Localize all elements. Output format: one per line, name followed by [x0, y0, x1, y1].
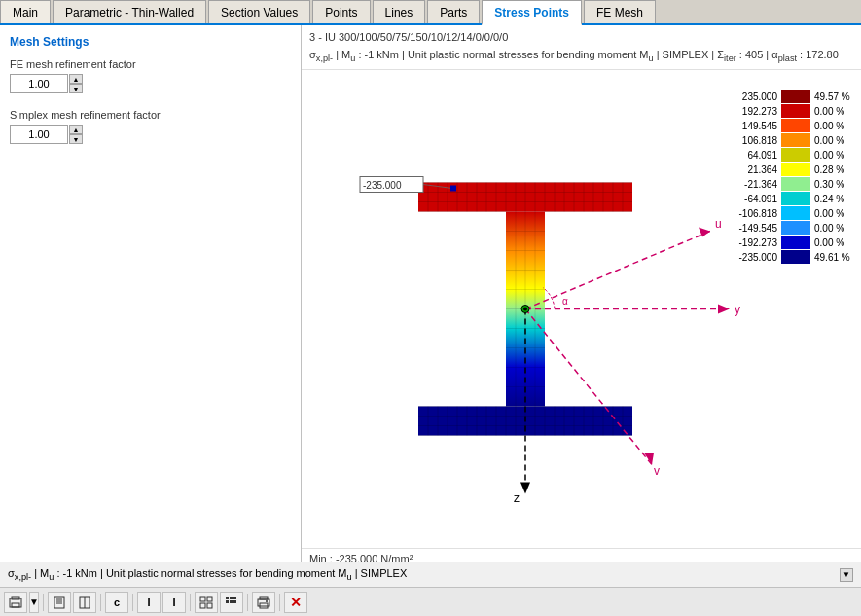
legend-percent: 0.00 % — [814, 208, 853, 219]
v-arrowhead — [644, 453, 654, 465]
legend-row: 235.00049.57 % — [724, 90, 853, 103]
svg-rect-64 — [12, 603, 19, 607]
svg-rect-78 — [226, 600, 229, 603]
legend-percent: 0.00 % — [814, 150, 853, 161]
toolbar-btn-print[interactable] — [252, 592, 275, 613]
legend-value: 149.545 — [724, 121, 777, 131]
tab-fe-mesh[interactable]: FE Mesh — [584, 0, 656, 23]
svg-rect-73 — [200, 603, 205, 608]
toolbar-btn-3[interactable] — [73, 592, 96, 613]
toolbar-btn-4[interactable]: c — [105, 592, 128, 613]
tab-lines[interactable]: Lines — [373, 0, 426, 23]
toolbar-btn-8[interactable] — [220, 592, 243, 613]
legend-color-swatch — [781, 177, 810, 191]
svg-point-84 — [266, 600, 268, 602]
legend-value: -235.000 — [724, 252, 777, 263]
legend-row: -106.8180.00 % — [724, 206, 853, 220]
toolbar-btn-dropdown[interactable]: ▼ — [29, 592, 39, 613]
legend-value: -149.545 — [724, 223, 777, 234]
toolbar-btn-5[interactable]: I — [137, 592, 161, 613]
fe-mesh-input[interactable] — [10, 74, 68, 93]
svg-rect-74 — [207, 603, 212, 608]
svg-rect-76 — [230, 597, 233, 599]
legend-percent: 0.00 % — [814, 223, 853, 234]
svg-rect-82 — [260, 597, 268, 599]
legend-row: -235.00049.61 % — [724, 250, 853, 264]
legend-value: -64.091 — [724, 194, 777, 204]
legend-row: 149.5450.00 % — [724, 119, 853, 132]
fe-mesh-down-btn[interactable]: ▼ — [69, 84, 83, 93]
legend-row: -64.0910.24 % — [724, 192, 853, 205]
legend-color-swatch — [781, 250, 810, 264]
panel-title: Mesh Settings — [10, 35, 291, 49]
toolbar-btn-7[interactable] — [195, 592, 218, 613]
y-axis-label: y — [735, 303, 740, 316]
legend-percent: 0.00 % — [814, 237, 853, 248]
svg-rect-71 — [200, 597, 205, 601]
tab-parts[interactable]: Parts — [427, 0, 480, 23]
toolbar-sep-3 — [132, 594, 133, 611]
toolbar-bottom: ▼ c I I ✕ — [0, 587, 861, 616]
z-arrowhead — [520, 483, 530, 494]
legend-value: 64.091 — [724, 150, 777, 161]
simplex-mesh-spinner-container: ▲ ▼ — [10, 125, 291, 144]
legend-color-swatch — [781, 90, 810, 103]
simplex-mesh-up-btn[interactable]: ▲ — [69, 125, 83, 134]
tab-parametric[interactable]: Parametric - Thin-Walled — [53, 0, 206, 23]
centroid-dot — [523, 308, 527, 311]
min-value: Min : -235.000 N/mm² — [309, 553, 853, 562]
toolbar-sep-2 — [100, 594, 101, 611]
y-arrowhead — [718, 305, 730, 314]
legend-color-swatch — [781, 236, 810, 249]
simplex-mesh-input[interactable] — [10, 125, 68, 144]
svg-rect-77 — [233, 597, 236, 599]
v-axis-label: v — [654, 464, 660, 478]
sigma-label: σx,pl- | Mu : -1 kNm | Unit plastic norm… — [309, 49, 839, 60]
svg-rect-72 — [207, 597, 212, 601]
info-bar: 3 - IU 300/100/50/75/150/10/12/14/0/0/0/… — [302, 25, 861, 70]
legend-row: -149.5450.00 % — [724, 221, 853, 235]
main-content: Mesh Settings FE mesh refinement factor … — [0, 25, 861, 562]
right-panel: 3 - IU 300/100/50/75/150/10/12/14/0/0/0/… — [302, 25, 861, 562]
legend-value: -106.818 — [724, 208, 777, 219]
legend-value: 106.818 — [724, 135, 777, 146]
tab-section-values[interactable]: Section Values — [208, 0, 310, 23]
legend-color-swatch — [781, 104, 810, 118]
callout-marker — [450, 186, 456, 192]
fe-mesh-up-btn[interactable]: ▲ — [69, 74, 83, 84]
tab-points[interactable]: Points — [312, 0, 370, 23]
legend-color-swatch — [781, 148, 810, 162]
toolbar-btn-close[interactable]: ✕ — [284, 592, 307, 613]
legend-color-swatch — [781, 119, 810, 132]
z-axis-label: z — [514, 491, 520, 505]
status-dropdown-btn[interactable]: ▼ — [840, 568, 853, 582]
info-line2: σx,pl- | Mu : -1 kNm | Unit plastic norm… — [309, 47, 853, 66]
legend-row: 21.3640.28 % — [724, 163, 853, 176]
legend-percent: 0.00 % — [814, 121, 853, 131]
legend-color-swatch — [781, 163, 810, 176]
svg-rect-75 — [226, 597, 229, 599]
legend-row: 192.2730.00 % — [724, 104, 853, 118]
simplex-mesh-down-btn[interactable]: ▼ — [69, 134, 83, 144]
legend-value: 21.364 — [724, 164, 777, 175]
u-axis-label: u — [715, 217, 722, 231]
toolbar-sep-6 — [279, 594, 280, 611]
fe-mesh-spinner-buttons: ▲ ▼ — [69, 74, 83, 93]
toolbar-btn-2[interactable] — [48, 592, 71, 613]
callout-text: -235.000 — [363, 180, 402, 191]
legend-color-swatch — [781, 133, 810, 147]
bottom-status: σx,pl- | Mu : -1 kNm | Unit plastic norm… — [0, 562, 861, 587]
tab-main[interactable]: Main — [0, 0, 51, 23]
tab-stress-points[interactable]: Stress Points — [482, 0, 582, 25]
legend-color-swatch — [781, 221, 810, 235]
toolbar-btn-1[interactable] — [4, 592, 27, 613]
toolbar-sep-5 — [247, 594, 248, 611]
legend-percent: 0.28 % — [814, 164, 853, 175]
tab-bar: Main Parametric - Thin-Walled Section Va… — [0, 0, 861, 25]
legend-percent: 0.00 % — [814, 106, 853, 117]
legend-percent: 0.24 % — [814, 194, 853, 204]
toolbar-btn-6[interactable]: I — [162, 592, 186, 613]
svg-rect-79 — [230, 600, 233, 603]
legend-row: -21.3640.30 % — [724, 177, 853, 191]
legend-color-swatch — [781, 206, 810, 220]
